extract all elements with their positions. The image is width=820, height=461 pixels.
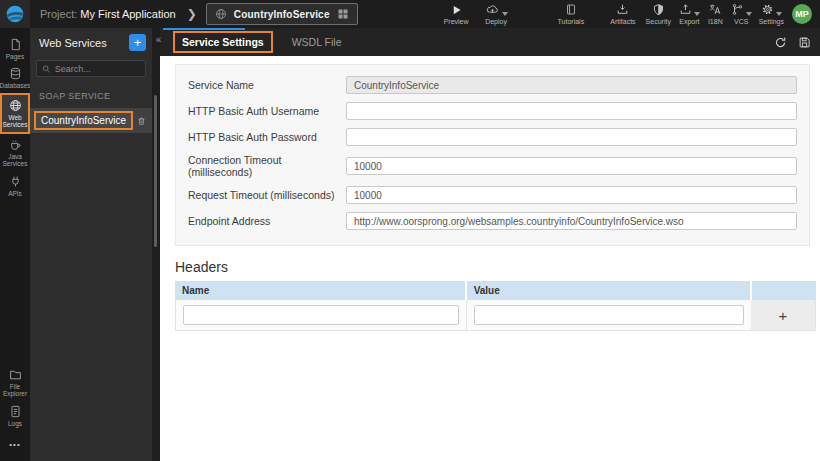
log-file-icon	[9, 405, 22, 418]
coffee-cup-icon	[9, 138, 22, 151]
vcs-button[interactable]: VCS	[731, 3, 752, 25]
collapse-panel-icon[interactable]: «	[151, 32, 166, 47]
main-area: Service Settings WSDL File	[160, 28, 820, 461]
form-row-request-timeout: Request Timeout (milliseconds)	[188, 186, 797, 204]
active-tab-indicator	[163, 28, 245, 30]
tab-wsdl-file[interactable]: WSDL File	[285, 33, 349, 51]
vcs-caret-icon	[746, 12, 752, 16]
export-upload-icon	[679, 3, 692, 16]
add-header-button[interactable]: +	[751, 300, 815, 330]
export-caret-icon	[694, 12, 700, 16]
rail-label-pages: Pages	[6, 53, 24, 60]
rail-label-java-services: Java Services	[0, 153, 30, 168]
header-name-cell	[176, 300, 467, 330]
form-row-endpoint-address: Endpoint Address	[188, 212, 797, 230]
settings-label: Settings	[759, 18, 784, 25]
auth-username-input[interactable]	[346, 102, 797, 120]
globe-icon	[215, 8, 227, 20]
endpoint-address-input[interactable]	[346, 212, 797, 230]
search-icon	[42, 64, 51, 74]
project-prefix: Project:	[40, 8, 77, 20]
artifacts-download-icon	[616, 3, 629, 16]
database-icon	[9, 67, 22, 80]
i18n-button[interactable]: I18N	[708, 3, 723, 25]
service-settings-content: Service Name HTTP Basic Auth Username HT…	[160, 56, 820, 461]
sidebar-item-pages[interactable]: Pages	[0, 34, 30, 63]
service-name-input	[346, 76, 797, 94]
tab-service-settings[interactable]: Service Settings	[173, 31, 273, 53]
form-row-connection-timeout: Connection Timeout (milliseconds)	[188, 154, 797, 178]
web-services-panel: Web Services + SOAP SERVICE CountryInfoS…	[30, 28, 152, 461]
wavemaker-logo-icon	[5, 4, 25, 24]
deploy-button[interactable]: Deploy	[485, 3, 508, 25]
artifacts-button[interactable]: Artifacts	[610, 3, 635, 25]
sidebar-item-databases[interactable]: Databases	[0, 63, 30, 92]
auth-password-field-label: HTTP Basic Auth Password	[188, 131, 346, 143]
folder-icon	[9, 368, 22, 381]
request-timeout-input[interactable]	[346, 186, 797, 204]
left-icon-rail: Pages Databases Web Services	[0, 28, 30, 461]
save-icon	[798, 36, 811, 49]
sidebar-item-web-services[interactable]: Web Services	[0, 93, 30, 134]
request-timeout-field-label: Request Timeout (milliseconds)	[188, 189, 346, 201]
rail-label-web-services: Web Services	[2, 114, 28, 129]
more-icon[interactable]: •••	[9, 430, 20, 461]
sidebar-item-file-explorer[interactable]: File Explorer	[0, 364, 30, 401]
topbar: Project: My First Application ❯ CountryI…	[0, 0, 820, 28]
grid-icon[interactable]	[337, 8, 349, 20]
header-value-input[interactable]	[474, 305, 744, 325]
tabbar: Service Settings WSDL File	[160, 28, 820, 56]
headers-table-header-row: Name Value	[175, 281, 816, 300]
save-button[interactable]	[798, 36, 811, 49]
service-name-field-label: Service Name	[188, 79, 346, 91]
headers-section-title: Headers	[175, 259, 816, 275]
sidebar-item-apis[interactable]: APIs	[0, 171, 30, 200]
endpoint-address-field-label: Endpoint Address	[188, 215, 346, 227]
service-name-label[interactable]: CountryInfoService	[34, 111, 133, 130]
globe-icon	[9, 99, 22, 112]
service-search[interactable]	[36, 60, 146, 77]
sidebar-item-logs[interactable]: Logs	[0, 401, 30, 430]
app-logo[interactable]	[0, 0, 30, 28]
security-label: Security	[646, 18, 671, 25]
connection-timeout-input[interactable]	[346, 157, 797, 175]
i18n-label: I18N	[708, 18, 723, 25]
export-button[interactable]: Export	[679, 3, 700, 25]
tutorials-button[interactable]: Tutorials	[558, 3, 585, 25]
auth-username-field-label: HTTP Basic Auth Username	[188, 105, 346, 117]
refresh-button[interactable]	[774, 36, 787, 49]
translate-icon	[708, 3, 722, 16]
document-tab[interactable]: CountryInfoService	[206, 3, 358, 25]
sidebar-item-java-services[interactable]: Java Services	[0, 134, 30, 171]
service-list-item[interactable]: CountryInfoService	[30, 108, 152, 133]
preview-button[interactable]: Preview	[444, 3, 469, 25]
search-input[interactable]	[55, 64, 140, 74]
security-button[interactable]: Security	[646, 3, 671, 25]
refresh-icon	[774, 36, 787, 49]
panel-scrollbar[interactable]	[154, 95, 157, 247]
header-name-input[interactable]	[183, 305, 459, 325]
gear-icon	[761, 3, 774, 16]
connection-timeout-field-label: Connection Timeout (milliseconds)	[188, 154, 346, 178]
rail-label-file-explorer: File Explorer	[0, 383, 30, 398]
app-window: Project: My First Application ❯ CountryI…	[0, 0, 820, 461]
project-title: Project: My First Application	[40, 8, 176, 20]
breadcrumb-chevron-icon: ❯	[187, 7, 197, 21]
play-icon	[451, 4, 462, 16]
branch-icon	[731, 3, 744, 16]
project-name: My First Application	[80, 8, 175, 20]
preview-label: Preview	[444, 18, 469, 25]
trash-icon[interactable]	[137, 115, 146, 127]
shield-icon	[652, 3, 665, 16]
header-column-name: Name	[175, 281, 467, 300]
deploy-caret-icon	[502, 12, 508, 16]
user-avatar[interactable]: MP	[792, 4, 812, 24]
auth-password-input[interactable]	[346, 128, 797, 146]
rail-label-databases: Databases	[0, 82, 31, 89]
settings-button[interactable]: Settings	[759, 3, 784, 25]
add-service-button[interactable]: +	[129, 34, 146, 51]
book-icon	[565, 3, 577, 16]
headers-table-row: +	[175, 300, 816, 331]
settings-caret-icon	[776, 12, 782, 16]
soap-service-section-label: SOAP SERVICE	[30, 86, 152, 108]
